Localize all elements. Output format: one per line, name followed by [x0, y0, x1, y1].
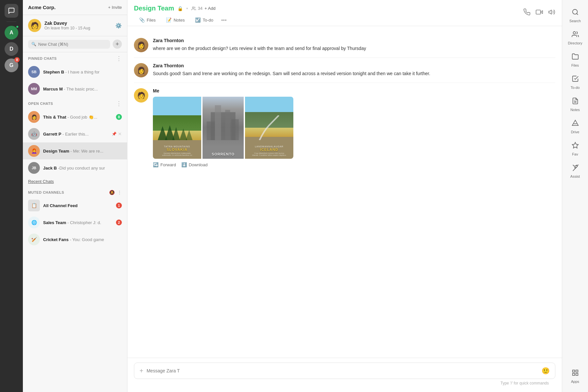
video-call-icon[interactable]	[536, 8, 543, 17]
svg-rect-24	[576, 370, 578, 372]
user-info: Zak Davey On leave from 10 - 15 Aug	[44, 21, 112, 30]
message-1-sender: Zara Thornton	[153, 38, 555, 43]
avatar-a[interactable]: A	[5, 26, 18, 40]
search-input-wrapper: 🔍	[28, 40, 110, 49]
marcus-avatar: MM	[28, 83, 40, 95]
add-member-button[interactable]: + Add	[204, 6, 216, 11]
avatar-d[interactable]: D	[5, 42, 18, 56]
tab-notes[interactable]: 📝 Notes	[161, 15, 190, 26]
dot-sep: •	[186, 6, 188, 11]
allchannel-name: All Channel Feed	[43, 203, 113, 208]
recent-chats-link[interactable]: Recent Chats	[23, 176, 127, 187]
add-attachment-icon[interactable]: +	[139, 367, 143, 375]
right-panel-notes[interactable]: Notes	[564, 94, 587, 115]
chat-header-right	[523, 8, 555, 22]
right-panel-assist[interactable]: Assist	[564, 161, 587, 182]
right-files-icon	[572, 53, 579, 62]
icon-bar: A D G 8	[0, 0, 23, 392]
forward-label: Forward	[160, 162, 176, 167]
svg-marker-6	[172, 127, 180, 140]
muted-more-icon[interactable]: ⋮	[117, 190, 122, 195]
slovakia-country: SLOVAKIA	[155, 148, 199, 152]
svg-marker-19	[572, 120, 578, 125]
muted-all-channel[interactable]: 📋 All Channel Feed 1	[23, 197, 127, 214]
iceland-country: ICELAND	[248, 148, 291, 152]
todo-tab-label: To-do	[203, 18, 213, 23]
muted-salesteam[interactable]: 🌐 Sales Team - Christopher J: d. 2	[23, 214, 127, 231]
tabs-more-icon[interactable]: •••	[219, 15, 229, 26]
speaker-icon[interactable]	[548, 8, 555, 17]
collage-slovakia: TATRA MOUNTAINS SLOVAKIA Aenean elementu…	[153, 97, 201, 159]
gear-icon[interactable]: ⚙️	[115, 23, 122, 29]
cricketfans-avatar: 🏏	[28, 234, 40, 245]
badge-count: 8	[14, 57, 20, 62]
allchannel-content: All Channel Feed	[43, 203, 113, 208]
right-directory-icon	[572, 31, 579, 40]
open-chat-thisthat[interactable]: 👩 This & That - Good job 👏... 8	[23, 108, 127, 125]
message-group-1: 👩 Zara Thornton where are we on the prod…	[134, 33, 555, 58]
zara-avatar-1: 👩	[134, 38, 148, 52]
right-panel-directory[interactable]: Directory	[564, 27, 587, 48]
muted-bell-icon[interactable]: 🔕	[109, 190, 115, 195]
todo-tab-icon: ☑️	[195, 17, 201, 23]
chat-header-left: Design Team 🔒 • 34 + Add 📎 Files 📝 Notes	[134, 5, 229, 26]
message-2-content: Zara Thornton Sounds good! Sam and Irene…	[153, 63, 555, 77]
stephen-chat-content: Stephen B - I have a thing for	[43, 70, 122, 74]
tab-todo[interactable]: ☑️ To-do	[190, 15, 219, 26]
chat-nav-icon[interactable]	[5, 4, 18, 18]
open-chats-more-icon[interactable]: ⋮	[116, 101, 122, 106]
svg-rect-12	[207, 122, 215, 140]
tab-files[interactable]: 📎 Files	[134, 15, 161, 26]
pinned-chat-stephen[interactable]: SB Stephen B - I have a thing for	[23, 63, 127, 80]
stephen-avatar: SB	[28, 66, 40, 78]
download-button[interactable]: ⬇️ Download	[181, 162, 208, 167]
right-todo-icon	[572, 75, 579, 84]
iceland-region: LANDMANNALAUGAR	[248, 145, 291, 148]
right-panel-fav[interactable]: Fav	[564, 139, 587, 159]
files-tab-icon: 📎	[139, 17, 145, 23]
emoji-icon[interactable]: 🙂	[542, 367, 550, 375]
right-directory-label: Directory	[568, 41, 582, 45]
main-chat: Design Team 🔒 • 34 + Add 📎 Files 📝 Notes	[127, 0, 562, 392]
search-input[interactable]	[38, 42, 107, 47]
add-chat-button[interactable]: +	[113, 40, 122, 49]
right-drive-icon	[572, 120, 579, 129]
right-panel-files[interactable]: Files	[564, 50, 587, 71]
jackb-name: Jack B -Did you conduct any sur	[43, 166, 122, 171]
slovakia-desc: Aenean elementum malesuadasollicitudin. …	[155, 152, 199, 156]
svg-line-15	[577, 13, 578, 15]
right-search-label: Search	[569, 19, 581, 23]
iceland-desc: Cras bibendum cursus nibh laciniablandit…	[248, 152, 291, 156]
slovakia-region: TATRA MOUNTAINS	[155, 145, 199, 148]
lock-icon: 🔒	[177, 6, 183, 11]
designteam-name: Design Team - Me: We are re...	[43, 149, 122, 154]
right-panel-drive[interactable]: Drive	[564, 116, 587, 137]
invite-button[interactable]: + Invite	[108, 5, 122, 10]
garrett-content: Garrett P - Earlier this...	[43, 132, 108, 137]
message-actions: ↪️ Forward ⬇️ Download	[153, 162, 555, 167]
forward-button[interactable]: ↪️ Forward	[153, 162, 176, 167]
svg-rect-26	[576, 373, 578, 375]
search-bar: 🔍 +	[23, 36, 127, 52]
designteam-avatar: 👩‍🦰	[28, 145, 40, 157]
close-icon[interactable]: ✕	[118, 131, 122, 137]
member-count: 34	[198, 6, 203, 11]
message-2-sender: Zara Thornton	[153, 63, 555, 68]
message-input[interactable]	[147, 368, 538, 373]
pinned-chats-more-icon[interactable]: ⋮	[116, 56, 122, 61]
open-chat-garrett[interactable]: 🤖 Garrett P - Earlier this... 📌 ✕	[23, 125, 127, 142]
open-chat-jackb[interactable]: JB Jack B -Did you conduct any sur	[23, 159, 127, 176]
right-panel-search[interactable]: Search	[564, 5, 587, 26]
pinned-chats-title: PINNED CHATS	[28, 57, 57, 60]
sidebar-header: Acme Corp. + Invite	[23, 0, 127, 15]
right-panel-apps[interactable]: Apps	[564, 366, 587, 387]
avatar-g[interactable]: G 8	[5, 58, 18, 72]
pinned-chat-marcus[interactable]: MM Marcus M - The basic proc...	[23, 80, 127, 97]
message-1-text: where are we on the product design? Lets…	[153, 45, 555, 52]
right-panel-todo[interactable]: To-do	[564, 72, 587, 93]
muted-cricketfans[interactable]: 🏏 Cricket Fans - You: Good game	[23, 231, 127, 248]
svg-rect-10	[215, 105, 221, 140]
chat-title-row: Design Team 🔒 • 34 + Add	[134, 5, 229, 12]
open-chat-designteam[interactable]: 👩‍🦰 Design Team - Me: We are re...	[23, 142, 127, 159]
voice-call-icon[interactable]	[523, 8, 531, 17]
